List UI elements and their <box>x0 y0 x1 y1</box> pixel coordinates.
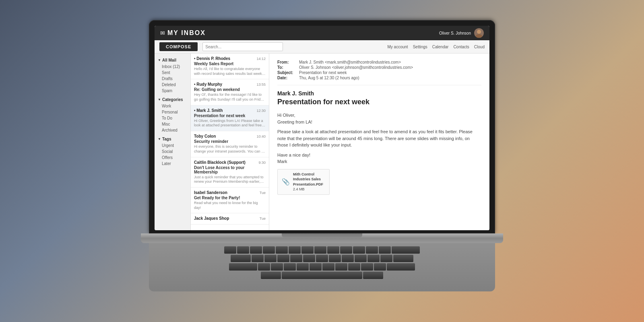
svg-point-1 <box>476 34 482 38</box>
email-item-3[interactable]: Mark J. Smith 12:30 Presentation for nex… <box>191 105 269 131</box>
keyboard-row-2 <box>152 255 492 262</box>
tags-label: Tags <box>162 137 171 141</box>
key <box>355 255 367 262</box>
email-detail-sender: Mark J. Smith <box>277 90 481 97</box>
avatar <box>474 28 484 38</box>
key <box>392 246 420 254</box>
meta-from-label: From: <box>277 60 297 64</box>
email-item-7[interactable]: Jack Jaques Shop Tue <box>191 213 269 225</box>
meta-date-value: Thu, Aug 5 at 12:30 (2 hours ago) <box>299 76 359 80</box>
email-item-1[interactable]: Dennis P. Rhodes 14:12 Weekly Sales Repo… <box>191 54 269 79</box>
tags-header[interactable]: ▼ Tags <box>155 136 190 142</box>
meta-subject-label: Subject: <box>277 70 297 75</box>
email-item-3-header: Mark J. Smith 12:30 <box>194 108 266 113</box>
all-mail-header[interactable]: ▼ All Mail <box>155 57 190 64</box>
nav-settings[interactable]: Settings <box>413 45 427 49</box>
email-item-4[interactable]: Toby Colon 10:40 Security reminder Hi ev… <box>191 131 269 157</box>
email-meta: From: Mark J. Smith <mark.smith@smithcon… <box>277 60 481 85</box>
sidebar-item-offers[interactable]: Offers <box>155 155 190 161</box>
meta-date-label: Date: <box>277 76 297 80</box>
email-time-5: 9:30 <box>258 161 266 165</box>
sidebar-item-inbox[interactable]: Inbox (12) <box>155 64 190 70</box>
mail-body: ▼ All Mail Inbox (12) Sent Drafts Delete… <box>155 54 489 230</box>
key <box>361 263 373 270</box>
email-item-2-header: Rudy Murphy 13:55 <box>194 82 266 87</box>
sidebar-item-urgent[interactable]: Urgent <box>155 142 190 149</box>
key <box>303 255 315 262</box>
key <box>380 255 392 262</box>
email-sender-7: Jack Jaques Shop <box>194 216 229 221</box>
mail-header: ✉ MY INBOX Oliver S. Johnson <box>155 26 489 40</box>
sidebar-item-sent[interactable]: Sent <box>155 70 190 76</box>
key <box>290 255 302 262</box>
email-detail: From: Mark J. Smith <mark.smith@smithcon… <box>269 54 489 230</box>
email-sender-6: Isabel Sanderson <box>194 190 227 195</box>
categories-label: Categories <box>162 97 183 102</box>
nav-my-account[interactable]: My account <box>388 45 408 49</box>
key <box>393 255 413 262</box>
meta-subject-row: Subject: Presentation for next week <box>277 70 481 75</box>
categories-header[interactable]: ▼ Categories <box>155 96 190 103</box>
email-subject-6: Get Ready for the Party! <box>194 196 266 200</box>
sidebar-item-work[interactable]: Work <box>155 103 190 109</box>
key <box>258 263 270 270</box>
sidebar-item-social[interactable]: Social <box>155 149 190 155</box>
email-item-5[interactable]: Caitlin Blacklock (Support) 9:30 Don't L… <box>191 157 269 188</box>
svg-point-0 <box>477 30 481 34</box>
attachment-box[interactable]: 📎 Mith Control Industries Sales Presenta… <box>277 169 330 195</box>
all-mail-arrow: ▼ <box>158 58 161 62</box>
key <box>379 246 391 254</box>
sidebar-item-misc[interactable]: Misc <box>155 121 190 127</box>
key <box>387 263 415 270</box>
attachment-name: Mith Control Industries Sales Presentati… <box>293 172 325 187</box>
key <box>327 246 339 254</box>
compose-button[interactable]: COMPOSE <box>159 42 198 51</box>
email-subject-1: Weekly Sales Report <box>194 62 266 66</box>
key <box>340 246 352 254</box>
key <box>229 263 257 270</box>
key <box>316 255 328 262</box>
email-list: Dennis P. Rhodes 14:12 Weekly Sales Repo… <box>191 54 269 230</box>
sidebar-item-drafts[interactable]: Drafts <box>155 76 190 82</box>
key <box>231 255 251 262</box>
key <box>237 246 249 254</box>
key <box>322 263 334 270</box>
nav-cloud[interactable]: Cloud <box>474 45 485 49</box>
sidebar-item-todo[interactable]: To Do <box>155 115 190 121</box>
keyboard-row-1 <box>152 246 492 254</box>
email-time-3: 12:30 <box>256 109 266 113</box>
email-item-6-header: Isabel Sanderson Tue <box>194 190 266 195</box>
key <box>314 246 326 254</box>
attachment-icon: 📎 <box>282 178 290 186</box>
keyboard-row-4 <box>152 272 492 279</box>
nav-contacts[interactable]: Contacts <box>453 45 469 49</box>
mail-logo: ✉ MY INBOX <box>160 29 206 37</box>
nav-calendar[interactable]: Calendar <box>432 45 449 49</box>
key <box>250 246 262 254</box>
email-preview-1: Hello All, I'd like to congratulate ever… <box>194 67 266 76</box>
email-sender-2: Rudy Murphy <box>194 82 222 87</box>
key <box>335 263 347 270</box>
header-user: Oliver S. Johnson <box>439 28 484 38</box>
sidebar-item-spam[interactable]: Spam <box>155 88 190 94</box>
sidebar-item-personal[interactable]: Personal <box>155 109 190 115</box>
key <box>264 255 277 262</box>
meta-from-value: Mark J. Smith <mark.smith@smithcontrolin… <box>299 60 401 64</box>
mail-sidebar: ▼ All Mail Inbox (12) Sent Drafts Delete… <box>155 54 191 230</box>
email-item-6[interactable]: Isabel Sanderson Tue Get Ready for the P… <box>191 188 269 213</box>
body-main: Please take a look at attached presentat… <box>277 128 481 149</box>
email-time-2: 13:55 <box>256 83 266 87</box>
sidebar-item-archived[interactable]: Archived <box>155 127 190 133</box>
meta-to-value: Oliver S. Johnson <oliver.johnson@smithc… <box>299 65 413 70</box>
email-preview-5: Just a quick reminder that you attempted… <box>194 175 266 184</box>
laptop-container: ✉ MY INBOX Oliver S. Johnson <box>141 20 503 302</box>
sidebar-item-later[interactable]: Later <box>155 161 190 167</box>
sidebar-item-deleted[interactable]: Deleted <box>155 82 190 88</box>
attachment-size: 2.4 MB <box>293 187 325 192</box>
email-sender-1: Dennis P. Rhodes <box>194 56 230 61</box>
key <box>224 246 236 254</box>
search-input[interactable] <box>202 42 283 51</box>
body-closing: Have a nice day!Mark <box>277 152 481 165</box>
email-item-2[interactable]: Rudy Murphy 13:55 Re: Golfing on weekend… <box>191 79 269 105</box>
key <box>363 272 383 279</box>
